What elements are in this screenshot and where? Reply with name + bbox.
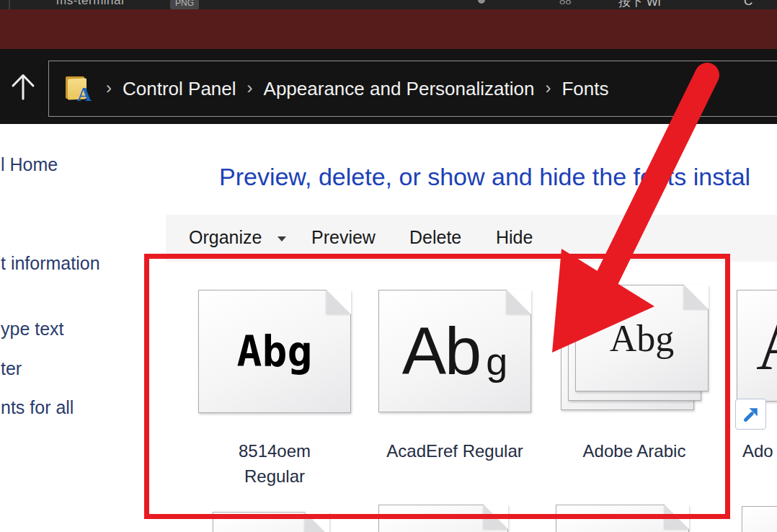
font-tile-label: Ado [742, 438, 777, 464]
breadcrumb-fonts[interactable]: Fonts [561, 78, 608, 100]
sidebar-item-fonts-for-all[interactable]: nts for all [1, 397, 74, 418]
font-preview-glyphs: Abg [237, 327, 313, 376]
font-preview-glyphs: Abg [610, 317, 675, 360]
preview-button[interactable]: Preview [311, 215, 376, 262]
breadcrumb-control-panel[interactable]: Control Panel [123, 78, 236, 100]
folder-letter-a: A [77, 84, 92, 105]
breadcrumb-chevron-icon: › [247, 78, 253, 100]
font-tile-acaderef[interactable]: Ab g [378, 290, 531, 412]
font-tile-partial[interactable] [556, 505, 689, 532]
organize-button[interactable]: Organize [189, 215, 262, 262]
font-preview-glyph-small: g [486, 339, 507, 384]
page-fold-icon [684, 285, 709, 309]
font-preview-glyphs: A [756, 306, 777, 386]
font-tile-label: 8514oem Regular [184, 438, 365, 489]
maroon-band [0, 9, 777, 49]
font-preview-glyphs: Ab [402, 314, 481, 389]
shortcut-overlay-icon [735, 399, 766, 430]
page-fold-icon [327, 290, 351, 314]
font-tile-partial[interactable]: A [737, 290, 777, 402]
font-name-line2: Regular [184, 464, 365, 489]
sidebar-item-character[interactable]: ter [1, 358, 22, 379]
breadcrumb-appearance-personalization[interactable]: Appearance and Personalization [264, 78, 535, 100]
tab-dot-icon [478, 0, 485, 4]
breadcrumb-chevron-icon: › [106, 78, 112, 100]
font-tile-partial[interactable] [378, 505, 508, 532]
address-bar[interactable]: A › Control Panel › Appearance and Perso… [48, 61, 777, 117]
delete-button[interactable]: Delete [409, 215, 461, 262]
shortcut-arrow-icon [740, 404, 762, 425]
page-title: Preview, delete, or show and hide the fo… [219, 163, 750, 191]
page-fold-icon [665, 505, 689, 529]
breadcrumb-chevron-icon: › [545, 78, 551, 100]
background-window-strip: ms-terminal PNG 88 按下 Wi C [0, 0, 777, 9]
png-badge: PNG [170, 0, 199, 9]
screenshot-root: ms-terminal PNG 88 按下 Wi C A › Control P… [0, 0, 777, 532]
chinese-hint-fragment: 按下 Wi [618, 0, 661, 9]
sidebar-item-cleartype-text[interactable]: ype text [1, 319, 64, 340]
tab-separator [9, 0, 10, 9]
page-fold-icon [484, 505, 508, 529]
count-fragment: 88 [559, 0, 572, 6]
navigate-up-button[interactable] [6, 69, 40, 104]
font-tile-8514oem[interactable]: Abg [198, 290, 351, 413]
font-tile-partial[interactable] [742, 506, 777, 532]
letter-fragment: C [744, 0, 752, 9]
up-arrow-icon [6, 70, 40, 103]
tab-ms-terminal[interactable]: ms-terminal [56, 0, 124, 8]
page-fold-icon [305, 512, 329, 532]
chevron-down-icon [278, 236, 286, 241]
font-name-line1: 8514oem [184, 438, 365, 464]
font-tile-partial[interactable] [213, 512, 329, 532]
explorer-navbar: A › Control Panel › Appearance and Perso… [0, 49, 777, 124]
fonts-toolbar: Organize Preview Delete Hide [166, 215, 777, 262]
font-tile-label: AcadEref Regular [364, 438, 546, 464]
hide-button[interactable]: Hide [496, 215, 533, 262]
sidebar-item-font-information[interactable]: t information [1, 253, 100, 274]
font-tile-adobe-arabic[interactable]: Abg [575, 285, 709, 391]
font-tile-label: Adobe Arabic [555, 438, 714, 464]
sidebar-item-home[interactable]: l Home [1, 154, 58, 175]
page-fold-icon [507, 290, 531, 314]
fonts-folder-icon[interactable]: A [63, 75, 91, 102]
